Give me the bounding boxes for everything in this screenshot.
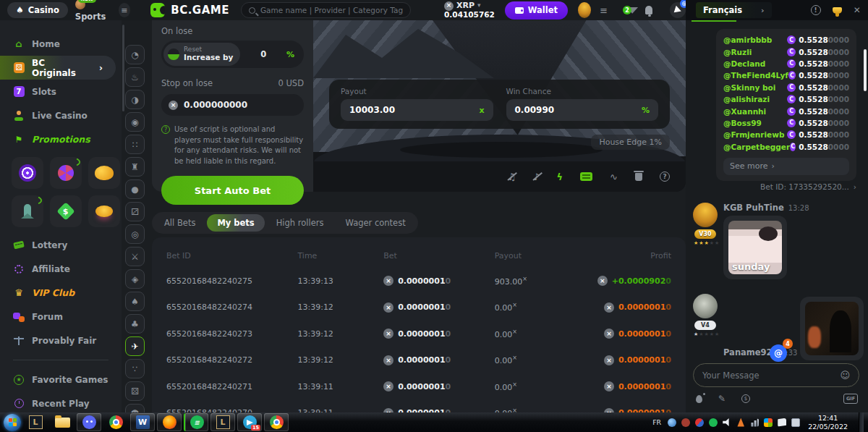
game-icon-cards[interactable]: ♠: [125, 292, 145, 311]
promo-tile-wheel[interactable]: [50, 157, 82, 189]
tray-monitor-graph-icon[interactable]: [750, 418, 759, 427]
sidebar-item-promotions[interactable]: ⚑ Promotions: [0, 127, 122, 151]
table-row[interactable]: 65520168482240271 13:39:11 ×0.00000010 0…: [166, 373, 671, 400]
sidebar-item-slots[interactable]: 7 Slots: [0, 80, 122, 103]
trash-icon[interactable]: [635, 173, 642, 181]
tray-app-icon[interactable]: [695, 418, 704, 427]
start-auto-bet-button[interactable]: Start Auto Bet: [161, 176, 304, 205]
game-icon-coinflip[interactable]: ◉: [125, 112, 145, 132]
rain-user-row[interactable]: @XuannhiC0.55280000: [723, 105, 849, 117]
chat-username[interactable]: KGB PuhTine: [723, 203, 784, 213]
game-icon-keno[interactable]: ∵: [125, 359, 145, 378]
win-chance-input[interactable]: 0.00990 %: [506, 99, 659, 121]
avatar[interactable]: [693, 203, 718, 227]
rain-drop-icon[interactable]: [696, 395, 702, 403]
show-desktop-button[interactable]: [859, 412, 864, 432]
reset-increase-toggle[interactable]: Reset Increase by: [163, 43, 240, 66]
keyboard-language[interactable]: FR: [652, 418, 661, 426]
see-more-button[interactable]: See more›: [723, 158, 849, 175]
turbo-bolt-icon[interactable]: ϟ: [557, 171, 563, 182]
chat-toggle-button[interactable]: @: [670, 2, 686, 18]
music-off-icon[interactable]: ♫: [508, 171, 516, 182]
promo-tile-rocket[interactable]: [12, 195, 43, 227]
chat-message-input[interactable]: [702, 370, 825, 381]
tab-all-bets[interactable]: All Bets: [154, 214, 205, 232]
chat-language-selector[interactable]: Français ›: [696, 2, 772, 18]
wallet-button[interactable]: Wallet: [505, 1, 568, 20]
taskbar-clock[interactable]: 12:41 22/05/2022: [808, 414, 848, 431]
rain-user-row[interactable]: @RuzliC0.55280000: [723, 46, 849, 57]
promo-tile-coins[interactable]: [88, 195, 120, 227]
sidebar-item-forum[interactable]: Forum: [0, 305, 122, 329]
sports-toggle[interactable]: NEW Sports: [68, 0, 119, 22]
casino-toggle[interactable]: ♠ Casino: [7, 2, 68, 18]
sidebar-item-affiliate[interactable]: Affiliate: [0, 257, 122, 281]
rain-user-row[interactable]: @amirbbbbC0.55280000: [723, 34, 849, 46]
tray-controller-icon[interactable]: [681, 418, 690, 427]
menu-toggle-icon[interactable]: ≡: [119, 3, 131, 17]
tray-steam-icon[interactable]: [668, 418, 676, 427]
rules-pen-icon[interactable]: ✎: [718, 394, 726, 404]
tray-action-center-flag-icon[interactable]: [778, 418, 786, 427]
sound-off-icon[interactable]: ♪: [533, 171, 539, 182]
sidebar-item-home[interactable]: ⌂ Home: [0, 32, 122, 56]
table-row[interactable]: 65520168482240270 13:39:11 ×0.00000010 0…: [166, 400, 671, 413]
game-icon-limbo-active[interactable]: ✈: [125, 336, 145, 356]
game-icon-tower[interactable]: ♣: [125, 314, 145, 334]
taskbar-app-discord[interactable]: [77, 413, 101, 431]
stop-on-lose-input[interactable]: × 0.000000000: [161, 94, 304, 116]
game-search[interactable]: Game name | Provider | Category Tag: [241, 2, 411, 18]
tray-network-icon[interactable]: [791, 418, 800, 427]
currency-selector[interactable]: × XRP ▾ 0.04105762: [444, 1, 495, 20]
sidebar-item-vip-club[interactable]: ♛ VIP Club: [0, 281, 122, 305]
promo-tile-piggy[interactable]: [88, 157, 120, 189]
start-button[interactable]: [4, 414, 21, 431]
tray-spotify-icon[interactable]: [709, 418, 718, 427]
avatar[interactable]: [693, 294, 718, 318]
taskbar-app-chrome[interactable]: [103, 413, 128, 431]
taskbar-app-chrome-2[interactable]: [264, 413, 289, 431]
game-icon-swords[interactable]: ⚔: [125, 247, 145, 266]
gif-picker-icon[interactable]: GIF: [843, 394, 858, 404]
taskbar-app-word[interactable]: W: [130, 413, 155, 431]
chat-gif-bubble[interactable]: [800, 297, 864, 360]
taskbar-app-firefox[interactable]: [157, 413, 182, 431]
help-icon[interactable]: ?: [660, 171, 670, 182]
tab-my-bets[interactable]: My bets: [207, 214, 264, 232]
hotkeys-keyboard-icon[interactable]: [580, 172, 592, 181]
tray-windows-icon[interactable]: [764, 418, 773, 427]
close-chat-icon[interactable]: ✕: [854, 5, 861, 15]
payout-input[interactable]: 10003.00 x: [341, 99, 493, 121]
sidebar-item-favorite-games[interactable]: ★ Favorite Games: [0, 368, 122, 391]
rain-user-row[interactable]: @DeclandC0.55280000: [723, 58, 849, 69]
sidebar-item-live-casino[interactable]: Live Casino: [0, 103, 122, 127]
game-icon-bot[interactable]: ☻: [125, 404, 145, 412]
table-row[interactable]: 65520168482240273 13:39:12 ×0.00000010 0…: [166, 321, 671, 347]
tab-high-rollers[interactable]: High rollers: [266, 214, 334, 232]
chat-gif-bubble[interactable]: sunday: [723, 216, 787, 279]
tray-volume-icon[interactable]: [723, 418, 731, 427]
game-icon-mines[interactable]: ♜: [125, 157, 145, 177]
game-icon-wheel[interactable]: ◑: [125, 90, 145, 109]
game-icon-hilo[interactable]: ◈: [125, 269, 145, 289]
tab-wager-contest[interactable]: Wager contest: [336, 214, 416, 232]
rain-user-row[interactable]: @TheFiend4LyfC0.55280000: [723, 69, 849, 81]
table-row[interactable]: 65520168482240274 13:39:12 ×0.00000010 0…: [166, 295, 671, 321]
sidebar-item-bc-originals[interactable]: ⚄ BC Originals ›: [0, 56, 116, 80]
taskbar-app-spotify[interactable]: ≡: [184, 413, 208, 431]
increase-value-input[interactable]: 0: [240, 49, 286, 59]
tray-vlc-icon[interactable]: [736, 418, 745, 427]
trophy-icon[interactable]: [833, 7, 842, 14]
taskbar-app-telegram[interactable]: 15: [237, 413, 262, 431]
table-row[interactable]: 65520168482240275 13:39:13 ×0.00000010 9…: [166, 268, 671, 295]
table-row[interactable]: 65520168482240272 13:39:12 ×0.00000010 0…: [166, 347, 671, 374]
rain-user-row[interactable]: @FrmjenriewbC0.55280000: [723, 129, 849, 140]
promo-tile-deals[interactable]: $: [50, 195, 82, 227]
game-icon-dice[interactable]: ⚂: [125, 202, 145, 221]
taskbar-app-lol-2[interactable]: L: [210, 413, 235, 431]
emoji-icon[interactable]: ☺: [840, 370, 850, 381]
game-icon-roulette[interactable]: ◎: [125, 224, 145, 244]
notifications-bell-icon[interactable]: [645, 6, 652, 14]
rain-user-row[interactable]: @Boss99C0.55280000: [723, 117, 849, 129]
sidebar-item-provably-fair[interactable]: Provably Fair: [0, 329, 122, 352]
